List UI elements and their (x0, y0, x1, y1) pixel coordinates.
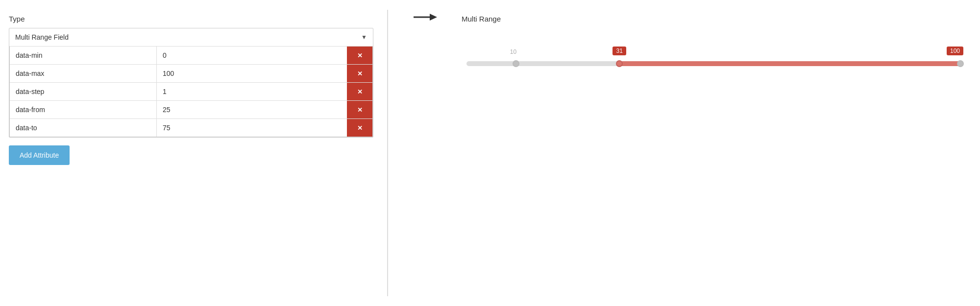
range-tooltip-to: 100 (947, 47, 963, 55)
svg-marker-1 (430, 14, 437, 21)
range-track (466, 61, 960, 66)
close-icon: ✕ (357, 124, 363, 132)
table-row: data-from 25 ✕ (10, 101, 372, 119)
chevron-down-icon: ▼ (361, 34, 367, 41)
range-tooltip-from: 31 (612, 47, 626, 55)
delete-button-1[interactable]: ✕ (347, 65, 372, 82)
attr-value-2: 1 (157, 83, 347, 100)
select-value: Multi Range Field (15, 33, 69, 41)
close-icon: ✕ (357, 88, 363, 95)
preview-title: Multi Range (462, 15, 965, 23)
add-attribute-button[interactable]: Add Attribute (9, 145, 70, 165)
close-icon: ✕ (357, 70, 363, 77)
page-container: Type Multi Range Field ▼ data-min 0 ✕ da… (0, 0, 980, 306)
arrow-icon (413, 10, 437, 24)
close-icon: ✕ (357, 106, 363, 114)
table-row: data-max 100 ✕ (10, 65, 372, 83)
close-icon: ✕ (357, 52, 363, 59)
attr-value-0: 0 (157, 47, 347, 64)
right-panel: Multi Range 10 31 100 (452, 10, 975, 76)
table-row: data-step 1 ✕ (10, 83, 372, 101)
attr-value-4: 75 (157, 119, 347, 137)
arrow-container (398, 10, 452, 24)
range-track-fill (619, 61, 960, 66)
delete-button-4[interactable]: ✕ (347, 119, 372, 137)
attr-name-0: data-min (10, 47, 157, 64)
delete-button-0[interactable]: ✕ (347, 47, 372, 64)
attr-name-2: data-step (10, 83, 157, 100)
type-select[interactable]: Multi Range Field ▼ (9, 28, 373, 47)
table-row: data-to 75 ✕ (10, 119, 372, 137)
attr-name-1: data-max (10, 65, 157, 82)
left-panel: Type Multi Range Field ▼ data-min 0 ✕ da… (5, 10, 377, 170)
vertical-divider (387, 10, 388, 296)
attr-value-3: 25 (157, 101, 347, 118)
attr-name-3: data-from (10, 101, 157, 118)
range-handle-to[interactable] (957, 60, 964, 67)
select-container: Multi Range Field ▼ data-min 0 ✕ data-ma… (9, 28, 373, 138)
attr-name-4: data-to (10, 119, 157, 137)
attr-value-1: 100 (157, 65, 347, 82)
range-left-label: 10 (510, 48, 516, 55)
range-wrapper: 10 31 100 (462, 37, 965, 71)
delete-button-2[interactable]: ✕ (347, 83, 372, 100)
type-label: Type (9, 15, 373, 23)
range-handle-left[interactable] (513, 60, 519, 67)
range-handle-from[interactable] (616, 60, 623, 67)
attributes-table: data-min 0 ✕ data-max 100 ✕ data-step (9, 47, 373, 137)
table-row: data-min 0 ✕ (10, 47, 372, 65)
delete-button-3[interactable]: ✕ (347, 101, 372, 118)
